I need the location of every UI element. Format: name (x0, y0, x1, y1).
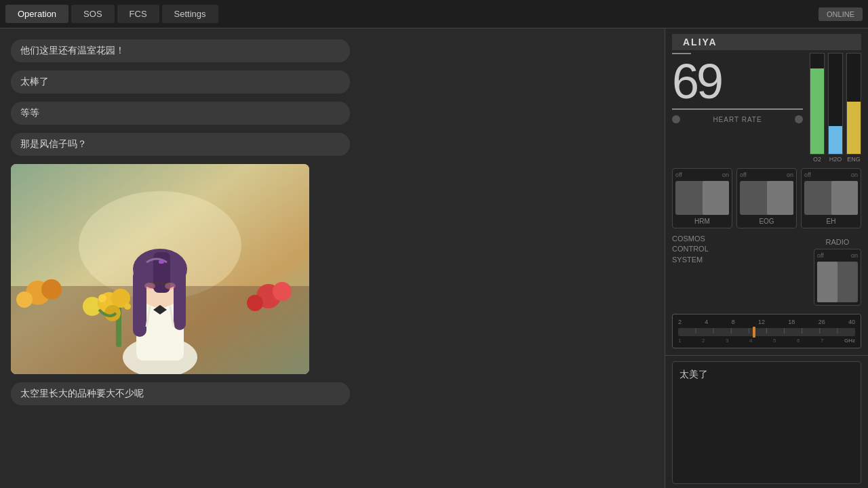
radio-on-label: on (851, 252, 858, 259)
eog-off-label: off (740, 171, 747, 178)
radio-section: COSMOS CONTROL SYSTEM RADIO off on (665, 234, 868, 311)
cosmos-text: COSMOS CONTROL SYSTEM (672, 234, 810, 265)
svg-rect-15 (133, 269, 146, 337)
bar-o2: O2 (810, 53, 825, 163)
chat-message-1: 他们这里还有温室花园！ (11, 39, 350, 62)
freq-marker[interactable] (753, 327, 755, 338)
svg-point-7 (273, 282, 292, 301)
bar-eng: ENG (846, 53, 861, 163)
chat-message-2: 太棒了 (11, 70, 350, 94)
bottom-text-panel: 太美了 (672, 361, 861, 484)
bar-fill-h2o (829, 126, 842, 154)
svg-rect-16 (174, 269, 186, 330)
eog-label: EOG (740, 218, 793, 225)
hrm-toggle[interactable] (675, 181, 729, 215)
main-layout: 他们这里还有温室花园！ 太棒了 等等 那是风信子吗？ (0, 28, 868, 488)
eog-on-label: on (787, 171, 793, 178)
online-button[interactable]: ONLINE (818, 7, 863, 21)
radio-label: RADIO (826, 238, 850, 246)
bottom-panel-text: 太美了 (679, 369, 854, 381)
switch-eog[interactable]: off on EOG (736, 168, 797, 228)
frequency-bar[interactable]: 24812182640 1 2 (672, 314, 861, 348)
svg-point-5 (16, 291, 33, 308)
bar-fill-eng (847, 102, 861, 154)
aliya-label: ALIYA (672, 34, 861, 50)
radio-toggle[interactable] (817, 262, 858, 302)
svg-point-25 (98, 294, 106, 302)
panel-divider (665, 355, 868, 356)
chat-area: 他们这里还有温室花园！ 太棒了 等等 那是风信子吗？ (0, 28, 665, 488)
svg-point-4 (41, 279, 62, 300)
bar-label-o2: O2 (813, 156, 821, 163)
svg-rect-18 (159, 260, 164, 264)
hr-indicator-left (672, 115, 680, 123)
switch-hrm[interactable]: off on HRM (672, 168, 732, 228)
svg-point-26 (124, 303, 131, 310)
hr-indicator-right (795, 115, 803, 123)
tab-sos[interactable]: SOS (71, 5, 114, 23)
tab-fcs[interactable]: FCS (117, 5, 159, 23)
hrm-off-label: off (675, 171, 682, 178)
bar-fill-o2 (810, 68, 824, 154)
bar-label-eng: ENG (847, 156, 861, 163)
hrm-handle (703, 181, 730, 215)
svg-point-8 (247, 295, 263, 311)
tab-operation[interactable]: Operation (5, 5, 68, 23)
radio-off-label: off (817, 252, 824, 259)
eh-toggle[interactable] (804, 181, 858, 215)
switch-eh[interactable]: off on EH (801, 168, 861, 228)
freq-numbers: 24812182640 (678, 319, 855, 325)
chat-message-5: 太空里长大的品种要大不少呢 (11, 382, 350, 405)
eh-off-label: off (804, 171, 811, 178)
heart-rate-value: 69 (672, 57, 803, 106)
eh-on-label: on (851, 171, 858, 178)
top-nav: Operation SOS FCS Settings ONLINE (0, 0, 868, 28)
chat-message-3: 等等 (11, 102, 350, 125)
radio-switch[interactable]: off on (814, 249, 861, 306)
svg-point-19 (144, 283, 155, 289)
eh-handle (831, 181, 859, 215)
eog-toggle[interactable] (740, 181, 793, 215)
switches-row: off on HRM off on EOG (665, 163, 868, 234)
hrm-on-label: on (722, 171, 729, 178)
bar-h2o: H2O (828, 53, 843, 163)
eog-handle (767, 181, 794, 215)
radio-handle (817, 262, 837, 302)
hr-line-bottom (672, 108, 803, 110)
right-panel: ALIYA 69 HEART RATE (665, 28, 868, 488)
freq-track[interactable] (678, 328, 855, 336)
bar-label-h2o: H2O (829, 156, 842, 163)
tab-settings[interactable]: Settings (162, 5, 218, 23)
eh-label: EH (804, 218, 858, 225)
svg-point-20 (165, 283, 176, 289)
heart-rate-label: HEART RATE (684, 116, 791, 123)
freq-unit: GHz (844, 338, 855, 344)
character-image (11, 164, 309, 374)
chat-message-4: 那是风信子吗？ (11, 133, 350, 156)
hrm-label: HRM (675, 218, 729, 225)
svg-point-24 (104, 305, 121, 321)
